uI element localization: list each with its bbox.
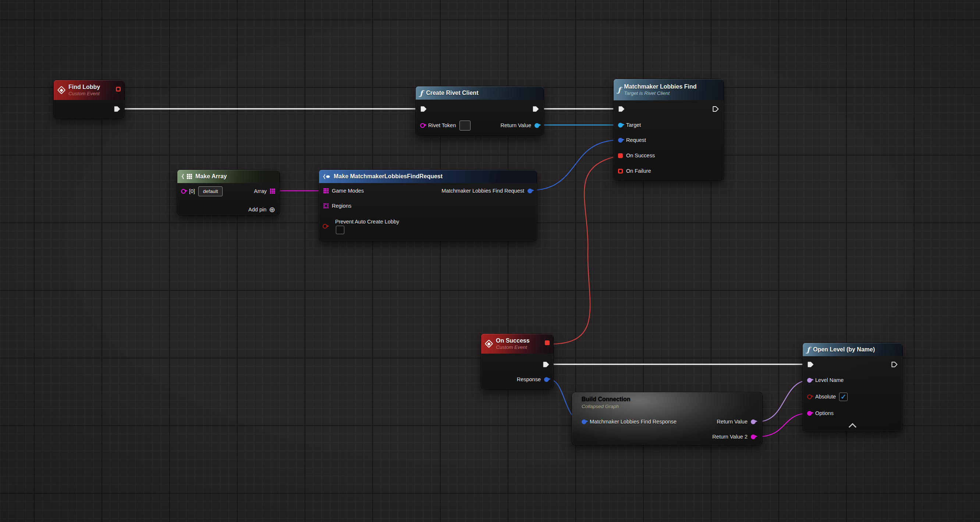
node-title: Create Rivet Client	[426, 90, 478, 96]
exec-in-pin[interactable]	[618, 106, 625, 113]
target-label: Target	[626, 122, 641, 128]
prevent-auto-create-lobby-checkbox[interactable]	[336, 226, 344, 234]
node-title: Make MatchmakerLobbiesFindRequest	[334, 173, 442, 180]
delegate-output-pin[interactable]	[545, 340, 550, 345]
exec-out-pin[interactable]	[542, 361, 550, 368]
make-struct-icon	[323, 174, 330, 179]
wire-returnvalue2-to-options[interactable]	[757, 413, 809, 437]
collapse-pins-chevron[interactable]	[849, 423, 856, 430]
array-grid-icon	[187, 174, 192, 179]
node-header[interactable]: Create Rivet Client	[416, 86, 544, 100]
exec-out-pin[interactable]	[114, 106, 121, 113]
wire-returnvalue-to-levelname[interactable]	[758, 380, 810, 422]
array-output-label: Array	[254, 188, 267, 194]
prevent-auto-create-lobby-label: Prevent Auto Create Lobby	[335, 219, 399, 225]
node-title: Make Array	[195, 173, 227, 180]
array-output-pin[interactable]	[270, 189, 275, 194]
find-request-output-label: Matchmaker Lobbies Find Request	[441, 188, 524, 194]
node-title: Build Connection	[582, 395, 630, 403]
node-subtitle: Custom Event	[496, 344, 530, 351]
make-array-icon	[181, 173, 184, 179]
options-label: Options	[815, 410, 834, 416]
node-title: Open Level (by Name)	[813, 346, 875, 353]
return-value-2-pin[interactable]	[751, 435, 756, 439]
exec-in-pin[interactable]	[807, 361, 814, 368]
node-open-level-by-name[interactable]: Open Level (by Name) Level Name Absolute…	[803, 343, 902, 431]
find-request-output-pin[interactable]	[528, 189, 532, 194]
function-icon	[420, 90, 423, 97]
find-response-input-pin[interactable]	[582, 419, 586, 424]
rivet-token-pin[interactable]	[420, 123, 425, 128]
node-subtitle: Collapsed Graph	[582, 403, 630, 410]
node-header[interactable]: On Success Custom Event	[481, 334, 553, 354]
find-response-input-label: Matchmaker Lobbies Find Response	[590, 419, 676, 425]
exec-out-pin[interactable]	[891, 361, 898, 368]
node-create-rivet-client[interactable]: Create Rivet Client Rivet Token Return V…	[416, 86, 544, 135]
on-failure-delegate-pin[interactable]	[618, 169, 623, 173]
on-failure-label: On Failure	[626, 168, 651, 174]
on-success-label: On Success	[626, 152, 655, 159]
rivet-token-input[interactable]	[460, 121, 471, 130]
regions-label: Regions	[332, 203, 351, 209]
node-header[interactable]: Find Lobby Custom Event	[54, 80, 124, 100]
add-pin-button[interactable]: Add pin	[248, 206, 275, 213]
node-header[interactable]: Make Array	[177, 170, 280, 183]
add-pin-plus-icon	[269, 206, 275, 213]
node-build-connection[interactable]: Build Connection Collapsed Graph Matchma…	[572, 392, 762, 445]
array-element-0-label: [0]	[189, 188, 195, 194]
node-header[interactable]: Matchmaker Lobbies Find Target is Rivet …	[614, 79, 724, 100]
prevent-auto-create-lobby-pin[interactable]	[323, 224, 328, 228]
wire-layer	[0, 0, 980, 522]
return-value-2-label: Return Value 2	[712, 434, 748, 439]
wire-onsuccess-delegate[interactable]	[550, 155, 620, 344]
absolute-pin[interactable]	[807, 394, 812, 399]
absolute-label: Absolute	[815, 394, 836, 400]
node-make-matchmakerlobbiesfindrequest[interactable]: Make MatchmakerLobbiesFindRequest Game M…	[319, 170, 537, 241]
node-subtitle: Custom Event	[68, 91, 100, 97]
response-label: Response	[517, 376, 541, 382]
node-title: On Success	[496, 337, 530, 344]
response-pin[interactable]	[544, 377, 549, 382]
node-subtitle: Target is Rivet Client	[624, 90, 696, 97]
node-header[interactable]: Make MatchmakerLobbiesFindRequest	[319, 170, 537, 183]
node-on-success-event[interactable]: On Success Custom Event Response	[481, 334, 553, 389]
request-label: Request	[626, 137, 646, 143]
game-modes-label: Game Modes	[332, 188, 364, 194]
target-pin[interactable]	[618, 123, 623, 128]
function-icon	[618, 86, 620, 94]
node-matchmaker-lobbies-find[interactable]: Matchmaker Lobbies Find Target is Rivet …	[614, 79, 724, 180]
level-name-label: Level Name	[815, 377, 843, 383]
custom-event-icon	[57, 86, 66, 94]
add-pin-label: Add pin	[248, 206, 266, 213]
return-value-label: Return Value	[500, 122, 531, 128]
options-pin[interactable]	[807, 411, 812, 416]
function-icon	[807, 346, 810, 353]
node-header[interactable]: Open Level (by Name)	[803, 343, 902, 356]
delegate-output-pin[interactable]	[116, 87, 121, 92]
exec-out-pin[interactable]	[532, 106, 539, 113]
level-name-pin[interactable]	[807, 378, 812, 383]
node-make-array[interactable]: Make Array [0] default Array Add pin	[177, 170, 280, 215]
return-value-pin[interactable]	[751, 419, 756, 424]
game-modes-pin[interactable]	[323, 188, 329, 194]
exec-out-pin[interactable]	[712, 106, 719, 113]
regions-pin[interactable]	[323, 203, 329, 208]
node-find-lobby[interactable]: Find Lobby Custom Event	[54, 80, 124, 118]
on-success-delegate-pin[interactable]	[618, 153, 623, 158]
return-value-label: Return Value	[717, 419, 748, 425]
return-value-pin[interactable]	[535, 123, 539, 128]
exec-in-pin[interactable]	[420, 106, 427, 113]
node-title: Find Lobby	[68, 83, 100, 91]
rivet-token-label: Rivet Token	[428, 122, 456, 128]
custom-event-icon	[485, 340, 493, 348]
array-element-0-input[interactable]: default	[198, 186, 223, 196]
node-title: Matchmaker Lobbies Find	[624, 83, 696, 90]
absolute-checkbox[interactable]	[839, 393, 848, 401]
request-pin[interactable]	[618, 138, 623, 143]
wire-findrequest-to-request[interactable]	[530, 140, 619, 190]
array-element-0-pin[interactable]	[181, 189, 186, 194]
